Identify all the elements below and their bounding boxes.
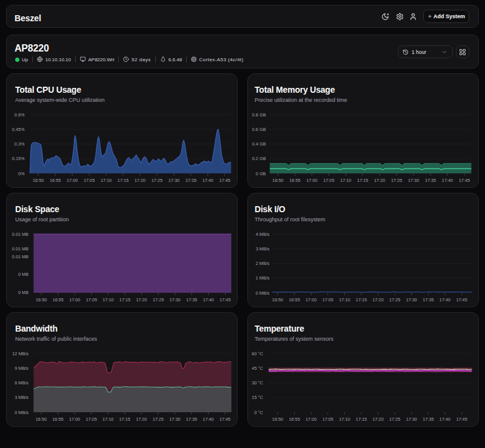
svg-text:17:10: 17:10 — [102, 297, 113, 303]
svg-text:17:20: 17:20 — [136, 297, 147, 303]
svg-text:4 MB/s: 4 MB/s — [256, 232, 270, 237]
svg-text:17:30: 17:30 — [170, 297, 181, 303]
svg-text:0.8 GB: 0.8 GB — [252, 112, 266, 118]
svg-text:17:25: 17:25 — [152, 178, 162, 183]
svg-text:17:25: 17:25 — [389, 416, 400, 422]
svg-text:0.6%: 0.6% — [15, 112, 25, 118]
svg-text:17:05: 17:05 — [84, 178, 95, 183]
svg-text:17:10: 17:10 — [101, 178, 112, 183]
svg-text:0.2 GB: 0.2 GB — [252, 156, 266, 161]
svg-text:3 MB/s: 3 MB/s — [256, 246, 270, 252]
svg-text:45 °C: 45 °C — [252, 366, 263, 371]
svg-text:17:00: 17:00 — [306, 297, 316, 303]
svg-text:17:45: 17:45 — [456, 416, 467, 422]
svg-text:17:30: 17:30 — [169, 178, 179, 183]
svg-text:16:50: 16:50 — [272, 416, 283, 422]
svg-text:0.3%: 0.3% — [15, 141, 25, 147]
svg-text:12 MB/s: 12 MB/s — [12, 351, 28, 356]
svg-text:17:15: 17:15 — [356, 297, 367, 303]
svg-text:17:25: 17:25 — [391, 178, 402, 183]
svg-text:17:45: 17:45 — [219, 178, 230, 183]
svg-text:17:40: 17:40 — [442, 178, 453, 183]
svg-text:16:55: 16:55 — [52, 416, 63, 422]
svg-text:16:50: 16:50 — [36, 297, 47, 303]
svg-text:0.01 MB: 0.01 MB — [12, 232, 28, 237]
svg-text:17:20: 17:20 — [136, 416, 147, 422]
svg-text:17:35: 17:35 — [186, 416, 197, 422]
svg-text:17:25: 17:25 — [389, 297, 400, 303]
svg-text:16:50: 16:50 — [272, 297, 283, 303]
svg-text:17:05: 17:05 — [323, 178, 334, 183]
svg-text:17:45: 17:45 — [456, 297, 467, 303]
svg-text:0 MB/s: 0 MB/s — [256, 290, 270, 296]
svg-text:17:35: 17:35 — [186, 178, 196, 183]
svg-text:17:45: 17:45 — [219, 416, 230, 422]
svg-text:17:10: 17:10 — [102, 416, 113, 422]
svg-text:17:00: 17:00 — [69, 297, 80, 303]
svg-text:16:50: 16:50 — [272, 178, 283, 183]
svg-text:16:50: 16:50 — [36, 416, 47, 422]
svg-text:17:25: 17:25 — [153, 416, 164, 422]
svg-text:17:25: 17:25 — [153, 297, 164, 303]
svg-text:17:35: 17:35 — [425, 178, 436, 183]
svg-text:17:35: 17:35 — [423, 416, 433, 422]
svg-text:17:30: 17:30 — [406, 416, 417, 422]
svg-text:9 MB/s: 9 MB/s — [15, 366, 28, 371]
svg-text:17:30: 17:30 — [408, 178, 419, 183]
svg-text:17:45: 17:45 — [219, 297, 230, 303]
svg-text:17:00: 17:00 — [67, 178, 78, 183]
svg-text:30 °C: 30 °C — [252, 380, 263, 386]
svg-text:0.15%: 0.15% — [12, 156, 25, 161]
svg-text:17:05: 17:05 — [323, 416, 333, 422]
svg-text:17:40: 17:40 — [202, 416, 213, 422]
svg-text:17:30: 17:30 — [169, 416, 180, 422]
svg-text:17:35: 17:35 — [423, 297, 433, 303]
svg-text:0 MB: 0 MB — [18, 290, 28, 295]
svg-text:17:15: 17:15 — [118, 178, 129, 183]
svg-text:17:00: 17:00 — [306, 416, 316, 422]
svg-text:3 MB/s: 3 MB/s — [15, 395, 28, 400]
svg-text:17:05: 17:05 — [86, 297, 97, 303]
svg-text:17:20: 17:20 — [372, 297, 383, 303]
svg-text:6 MB/s: 6 MB/s — [15, 380, 28, 386]
svg-text:17:40: 17:40 — [203, 297, 214, 303]
svg-text:0 °C: 0 °C — [254, 410, 263, 415]
svg-text:17:45: 17:45 — [459, 178, 470, 183]
svg-text:16:55: 16:55 — [289, 178, 300, 183]
svg-text:17:15: 17:15 — [356, 416, 367, 422]
svg-text:16:55: 16:55 — [289, 297, 299, 303]
svg-text:17:00: 17:00 — [69, 416, 80, 422]
svg-text:0 MB: 0 MB — [18, 272, 28, 277]
svg-text:17:10: 17:10 — [339, 297, 350, 303]
svg-text:0.6 GB: 0.6 GB — [252, 127, 266, 132]
svg-text:17:20: 17:20 — [135, 178, 146, 183]
svg-text:17:40: 17:40 — [440, 297, 450, 303]
svg-text:0.45%: 0.45% — [12, 127, 25, 132]
svg-text:17:15: 17:15 — [119, 297, 130, 303]
svg-text:17:00: 17:00 — [306, 178, 317, 183]
svg-text:1 MB/s: 1 MB/s — [256, 275, 270, 281]
svg-text:16:50: 16:50 — [33, 178, 44, 183]
svg-text:17:30: 17:30 — [406, 297, 417, 303]
svg-text:16:55: 16:55 — [289, 416, 299, 422]
svg-text:16:55: 16:55 — [50, 178, 61, 183]
svg-text:16:55: 16:55 — [53, 297, 64, 303]
svg-text:17:15: 17:15 — [357, 178, 368, 183]
svg-text:15 °C: 15 °C — [252, 395, 263, 400]
svg-text:0.01 MB: 0.01 MB — [12, 254, 28, 259]
svg-text:17:35: 17:35 — [186, 297, 197, 303]
svg-text:0%: 0% — [18, 171, 25, 176]
svg-text:17:40: 17:40 — [202, 178, 213, 183]
svg-text:60 °C: 60 °C — [252, 351, 263, 356]
svg-text:0.4 GB: 0.4 GB — [252, 141, 266, 147]
svg-text:17:10: 17:10 — [340, 178, 351, 183]
svg-text:0.01 MB: 0.01 MB — [12, 246, 28, 252]
svg-text:2 MB/s: 2 MB/s — [256, 261, 270, 266]
svg-text:0 MB/s: 0 MB/s — [15, 410, 28, 415]
svg-text:17:40: 17:40 — [440, 416, 450, 422]
svg-text:17:15: 17:15 — [119, 416, 130, 422]
svg-text:17:20: 17:20 — [372, 416, 383, 422]
svg-text:17:10: 17:10 — [339, 416, 350, 422]
svg-text:17:05: 17:05 — [323, 297, 333, 303]
svg-text:17:20: 17:20 — [374, 178, 385, 183]
